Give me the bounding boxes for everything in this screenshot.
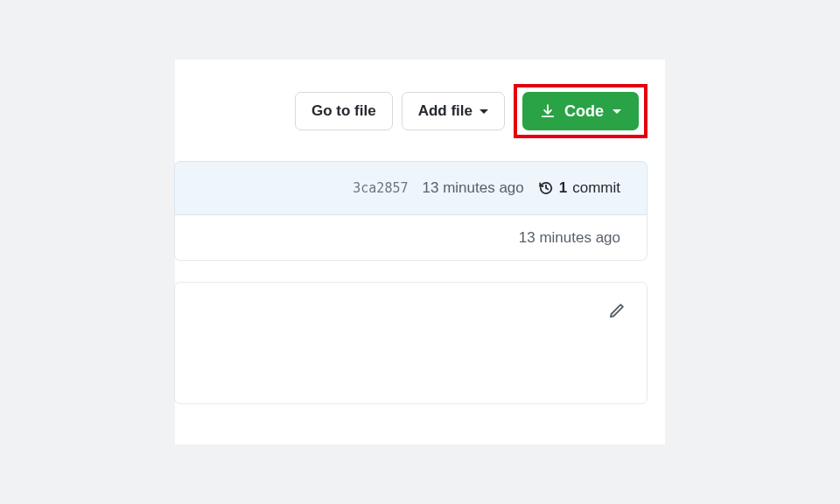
file-row[interactable]: 13 minutes ago xyxy=(174,215,648,261)
commits-link[interactable]: 1 commit xyxy=(538,179,620,197)
latest-commit-bar: 3ca2857 13 minutes ago 1 commit xyxy=(174,161,648,215)
commit-time[interactable]: 13 minutes ago xyxy=(423,179,524,197)
commit-count: 1 xyxy=(559,179,567,197)
file-time: 13 minutes ago xyxy=(519,229,620,247)
readme-box xyxy=(174,282,648,404)
add-file-button[interactable]: Add file xyxy=(402,92,505,130)
pencil-icon xyxy=(608,302,626,319)
edit-readme-button[interactable] xyxy=(606,300,627,321)
code-button[interactable]: Code xyxy=(522,92,639,130)
go-to-file-label: Go to file xyxy=(312,102,376,120)
add-file-label: Add file xyxy=(418,102,472,120)
caret-down-icon xyxy=(612,109,621,114)
download-icon xyxy=(540,103,556,119)
repo-panel: Go to file Add file Code 3ca2857 13 minu… xyxy=(175,60,665,444)
code-button-highlight: Code xyxy=(514,84,648,138)
go-to-file-button[interactable]: Go to file xyxy=(295,92,393,130)
caret-down-icon xyxy=(480,109,488,114)
repo-toolbar: Go to file Add file Code xyxy=(175,84,665,138)
code-label: Code xyxy=(564,102,604,121)
commit-hash[interactable]: 3ca2857 xyxy=(353,180,408,196)
commit-count-label: commit xyxy=(572,179,620,197)
history-icon xyxy=(538,180,554,196)
